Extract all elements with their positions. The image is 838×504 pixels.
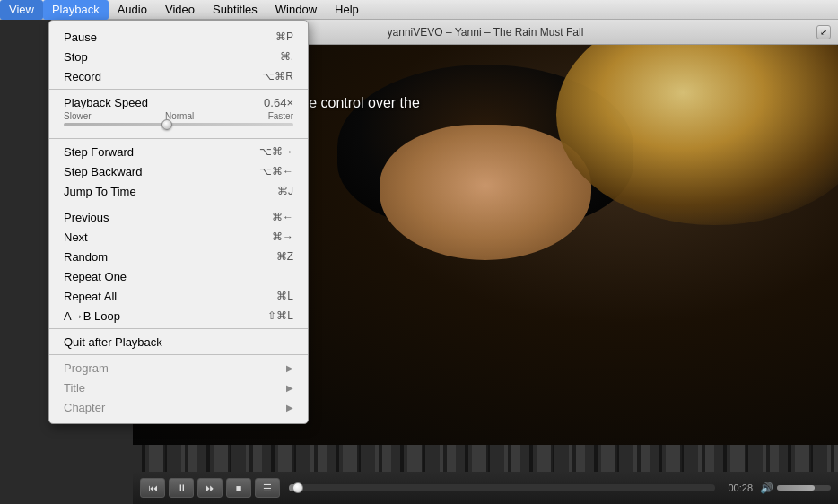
jump-to-time-shortcut: ⌘J (277, 185, 293, 197)
progress-bar[interactable] (289, 484, 715, 491)
repeat-one-label: Repeat One (64, 270, 127, 283)
menu-item-quit-after-playback[interactable]: Quit after Playback (49, 332, 308, 352)
volume-bar[interactable] (777, 485, 831, 491)
menu-group-step: Step Forward ⌥⌘→ Step Backward ⌥⌘← Jump … (49, 139, 308, 204)
step-backward-shortcut: ⌥⌘← (259, 165, 293, 178)
menu-item-jump-to-time[interactable]: Jump To Time ⌘J (49, 181, 308, 201)
pause-shortcut: ⌘P (275, 30, 293, 43)
player-title: yanniVEVO – Yanni – The Rain Must Fall (388, 26, 584, 39)
repeat-all-shortcut: ⌘L (276, 290, 293, 302)
speed-slider-thumb[interactable] (161, 119, 172, 130)
menu-group-navigation: Previous ⌘← Next ⌘→ Random ⌘Z Repeat One… (49, 204, 308, 329)
random-label: Random (64, 250, 108, 264)
menu-item-video[interactable]: Video (156, 0, 204, 20)
chapter-arrow-icon: ▶ (286, 403, 293, 413)
speed-scale: Slower Normal Faster (64, 111, 293, 121)
step-forward-label: Step Forward (64, 145, 134, 159)
step-forward-shortcut: ⌥⌘→ (259, 145, 293, 158)
volume-icon: 🔊 (760, 482, 773, 494)
menu-item-step-backward[interactable]: Step Backward ⌥⌘← (49, 161, 308, 181)
rewind-button[interactable]: ⏮ (140, 478, 165, 498)
menu-item-next[interactable]: Next ⌘→ (49, 227, 308, 247)
speed-faster: Faster (268, 111, 293, 121)
progress-thumb[interactable] (292, 482, 303, 493)
random-shortcut: ⌘Z (276, 250, 293, 263)
menu-item-record[interactable]: Record ⌥⌘R (49, 66, 308, 86)
menu-item-random[interactable]: Random ⌘Z (49, 247, 308, 266)
menu-item-ab-loop[interactable]: A→B Loop ⇧⌘L (49, 306, 308, 326)
menu-group-quit: Quit after Playback (49, 329, 308, 355)
menu-item-previous[interactable]: Previous ⌘← (49, 207, 308, 227)
next-label: Next (64, 230, 88, 244)
playlist-button[interactable]: ☰ (255, 478, 280, 498)
menu-item-title[interactable]: Title ▶ (49, 378, 308, 397)
quit-after-playback-label: Quit after Playback (64, 335, 162, 349)
title-label: Title (64, 381, 85, 395)
pause-button[interactable]: ⏸ (169, 478, 194, 498)
program-arrow-icon: ▶ (286, 363, 293, 373)
menu-item-playback[interactable]: Playback (43, 0, 109, 20)
player-controls: ⏮ ⏸ ⏭ ■ ☰ 00:28 🔊 (133, 472, 838, 504)
volume-fill (777, 485, 815, 491)
stop-shortcut: ⌘. (280, 50, 293, 63)
stop-button[interactable]: ■ (226, 478, 251, 498)
menu-group-playback-controls: Pause ⌘P Stop ⌘. Record ⌥⌘R (49, 24, 308, 90)
record-shortcut: ⌥⌘R (262, 70, 293, 83)
menu-item-step-forward[interactable]: Step Forward ⌥⌘→ (49, 142, 308, 161)
pause-label: Pause (64, 30, 97, 44)
speed-value: 0.64× (264, 96, 293, 109)
menu-group-chapters: Program ▶ Title ▶ Chapter ▶ (49, 355, 308, 420)
ab-loop-label: A→B Loop (64, 309, 120, 323)
menu-bar: View Playback Audio Video Subtitles Wind… (0, 0, 838, 20)
speed-slider-track[interactable] (64, 123, 293, 126)
speed-slower: Slower (64, 111, 92, 121)
menu-item-window[interactable]: Window (266, 0, 326, 20)
ab-loop-shortcut: ⇧⌘L (267, 309, 293, 322)
menu-item-program[interactable]: Program ▶ (49, 358, 308, 378)
menu-item-pause[interactable]: Pause ⌘P (49, 27, 308, 47)
filmstrip-holes (133, 445, 838, 472)
menu-item-repeat-all[interactable]: Repeat All ⌘L (49, 286, 308, 306)
menu-item-subtitles[interactable]: Subtitles (204, 0, 266, 20)
previous-shortcut: ⌘← (272, 211, 293, 223)
program-label: Program (64, 361, 109, 375)
face-shape (380, 125, 591, 260)
previous-label: Previous (64, 211, 109, 224)
record-label: Record (64, 70, 101, 83)
next-shortcut: ⌘→ (272, 230, 293, 243)
expand-button[interactable]: ⤢ (816, 25, 831, 39)
step-backward-label: Step Backward (64, 165, 142, 178)
menu-item-help[interactable]: Help (326, 0, 368, 20)
menu-group-speed: Playback Speed 0.64× Slower Normal Faste… (49, 90, 308, 139)
fast-forward-button[interactable]: ⏭ (197, 478, 223, 498)
menu-item-repeat-one[interactable]: Repeat One (49, 266, 308, 286)
time-display: 00:28 (724, 482, 756, 493)
menu-item-audio[interactable]: Audio (109, 0, 156, 20)
title-arrow-icon: ▶ (286, 383, 293, 393)
menu-item-chapter[interactable]: Chapter ▶ (49, 397, 308, 417)
menu-item-view[interactable]: View (0, 0, 43, 20)
speed-label: Playback Speed (64, 96, 148, 109)
repeat-all-label: Repeat All (64, 290, 117, 303)
filmstrip (133, 445, 838, 472)
jump-to-time-label: Jump To Time (64, 185, 136, 198)
playback-dropdown: Pause ⌘P Stop ⌘. Record ⌥⌘R Playback Spe… (48, 20, 309, 424)
stop-label: Stop (64, 50, 88, 64)
menu-item-stop[interactable]: Stop ⌘. (49, 47, 308, 66)
speed-section: Playback Speed 0.64× Slower Normal Faste… (49, 92, 308, 135)
chapter-label: Chapter (64, 401, 105, 414)
